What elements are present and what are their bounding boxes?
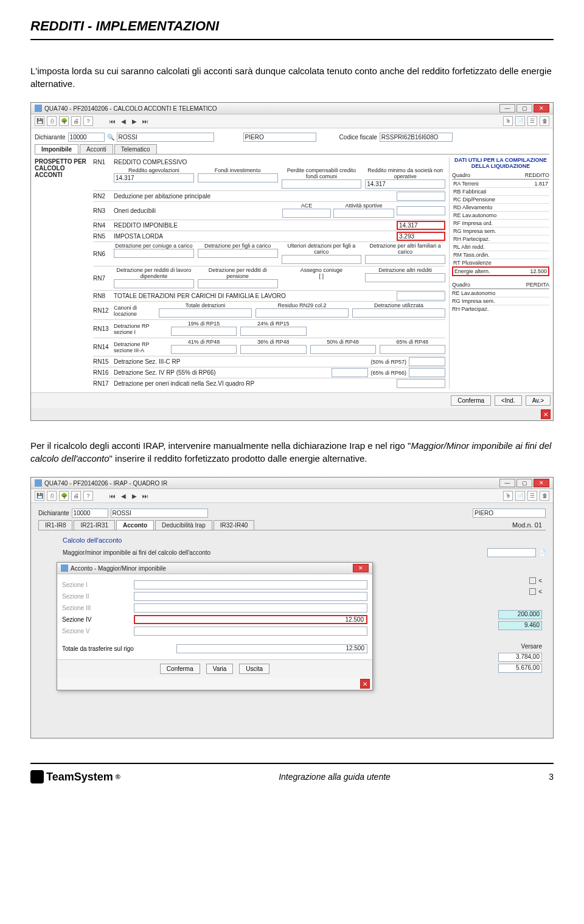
modal-uscita-button[interactable]: Uscita <box>239 664 269 674</box>
modal-conferma-button[interactable]: Conferma <box>160 664 200 674</box>
maximize-icon[interactable]: ▢ <box>516 104 532 113</box>
tab-ir32[interactable]: IR32-IR40 <box>214 520 255 530</box>
rn6-f3[interactable] <box>365 255 445 264</box>
rn2-field[interactable] <box>397 192 445 201</box>
sez2-field[interactable] <box>134 592 367 601</box>
rn1-perdite-field[interactable] <box>282 179 362 189</box>
maximize-icon[interactable]: ▢ <box>516 479 532 487</box>
help-icon[interactable]: ? <box>83 116 93 126</box>
nav-next-icon[interactable]: ▶ <box>130 491 139 501</box>
print-icon[interactable]: 🖨 <box>71 491 81 501</box>
list-icon[interactable]: ☰ <box>527 491 537 501</box>
nav-first-icon[interactable]: ⏮ <box>108 116 117 126</box>
maggior-field[interactable] <box>487 548 536 557</box>
dich-cognome[interactable]: ROSSI <box>111 509 208 518</box>
doc-icon[interactable]: 📄 <box>515 116 525 126</box>
sez5-field[interactable] <box>134 627 367 636</box>
rn15-f[interactable] <box>409 357 445 366</box>
tab-imponibile[interactable]: Imponibile <box>35 144 78 154</box>
tree-icon[interactable]: 🌳 <box>59 491 69 501</box>
minimize-icon[interactable]: — <box>499 104 515 113</box>
rn6-f2[interactable] <box>282 255 362 264</box>
rn1-fondi-field[interactable] <box>198 173 278 182</box>
close-icon[interactable]: ✕ <box>534 104 549 113</box>
dich-nome[interactable]: PIERO <box>473 509 546 518</box>
rn-grid: RN1 REDDITO COMPLESSIVO Reddito agevolaz… <box>93 157 445 389</box>
pointer-icon[interactable]: 🖱 <box>503 491 513 501</box>
nav-last-icon[interactable]: ⏭ <box>141 116 150 126</box>
rn12-f0[interactable] <box>159 308 252 318</box>
rn1-min-field[interactable]: 14.317 <box>365 179 445 189</box>
rn7-f0[interactable] <box>114 279 194 288</box>
sez4-label: Sezione IV <box>62 616 129 623</box>
sez3-field[interactable] <box>134 603 367 613</box>
rn7-f3[interactable] <box>365 273 445 282</box>
save-icon[interactable]: 💾 <box>35 116 44 126</box>
cognome-field[interactable]: ROSSI <box>117 133 214 142</box>
conferma-button[interactable]: Conferma <box>451 395 491 406</box>
av-button[interactable]: Av.> <box>526 395 551 406</box>
tool-icon[interactable]: ⎙ <box>47 116 57 126</box>
modal-close-icon[interactable]: ✕ <box>353 564 369 572</box>
tot-field[interactable]: 12.500 <box>176 644 367 653</box>
rn14-f0[interactable] <box>171 345 237 354</box>
doc-icon[interactable]: 📄 <box>515 491 525 501</box>
modal-varia-button[interactable]: Varia <box>206 664 234 674</box>
rn13-f1[interactable] <box>240 327 306 336</box>
rn16-f2[interactable] <box>409 368 445 377</box>
nav-next-icon[interactable]: ▶ <box>130 116 139 126</box>
sez1-field[interactable] <box>134 580 367 589</box>
rn6-f0[interactable] <box>114 249 194 258</box>
checkbox-2[interactable] <box>529 588 536 595</box>
tab-ir21[interactable]: IR21-IR31 <box>74 520 115 530</box>
rn5-field[interactable]: 3.293 <box>397 232 445 241</box>
rn1-agev-field[interactable]: 14.317 <box>114 173 194 182</box>
rn8-field[interactable] <box>397 291 445 300</box>
tab-deduc[interactable]: Deducibilità Irap <box>155 520 212 530</box>
tree-icon[interactable]: 🌳 <box>59 116 69 126</box>
minimize-icon[interactable]: — <box>499 479 515 487</box>
trash-icon[interactable]: 🗑 <box>540 116 549 126</box>
rn6-f1[interactable] <box>198 249 278 258</box>
tab-acconto[interactable]: Acconto <box>116 520 154 530</box>
nome-field[interactable]: PIERO <box>243 133 316 142</box>
rn3-ace-field[interactable] <box>282 209 331 218</box>
dichiarante-code[interactable]: 10000 <box>68 133 105 142</box>
nav-first-icon[interactable]: ⏮ <box>108 491 117 501</box>
rn14-f2[interactable] <box>310 345 376 354</box>
rn13-f0[interactable] <box>171 327 237 336</box>
pointer-icon[interactable]: 🖱 <box>503 116 513 126</box>
rn3-total-field[interactable] <box>397 206 445 215</box>
rn14-f3[interactable] <box>380 345 445 354</box>
rn12-f2[interactable] <box>352 308 445 318</box>
rn17-f[interactable] <box>397 379 445 388</box>
nav-prev-icon[interactable]: ◀ <box>119 491 128 501</box>
search-icon[interactable]: 🔍 <box>107 134 114 141</box>
modal-exit-icon[interactable]: ✕ <box>360 679 370 689</box>
dich-code[interactable]: 10000 <box>72 509 108 518</box>
help-icon[interactable]: ? <box>83 491 93 501</box>
sez4-field[interactable]: 12.500 <box>134 615 367 624</box>
trash-icon[interactable]: 🗑 <box>540 491 549 501</box>
rn12-f1[interactable] <box>255 308 349 318</box>
list-icon[interactable]: ☰ <box>527 116 537 126</box>
cf-field[interactable]: RSSPRI62B16I608O <box>380 133 453 142</box>
nav-prev-icon[interactable]: ◀ <box>119 116 128 126</box>
rn14-f1[interactable] <box>240 345 306 354</box>
close-icon[interactable]: ✕ <box>534 479 549 487</box>
rn16-f1[interactable] <box>332 368 368 377</box>
detail-icon[interactable]: 📄 <box>538 549 546 556</box>
rn7-f1[interactable] <box>198 279 278 288</box>
tab-telematico[interactable]: Telematico <box>114 144 157 154</box>
print-icon[interactable]: 🖨 <box>71 116 81 126</box>
checkbox-1[interactable] <box>529 577 536 584</box>
rn4-field[interactable]: 14.317 <box>397 221 445 230</box>
ind-button[interactable]: <Ind. <box>495 395 522 406</box>
tab-ir1[interactable]: IR1-IR8 <box>38 520 72 530</box>
tab-acconti[interactable]: Acconti <box>80 144 113 154</box>
save-icon[interactable]: 💾 <box>35 491 44 501</box>
nav-last-icon[interactable]: ⏭ <box>141 491 150 501</box>
tool-icon[interactable]: ⎙ <box>47 491 57 501</box>
rn3-sport-field[interactable] <box>333 209 394 218</box>
exit-icon[interactable]: ✕ <box>541 409 551 419</box>
